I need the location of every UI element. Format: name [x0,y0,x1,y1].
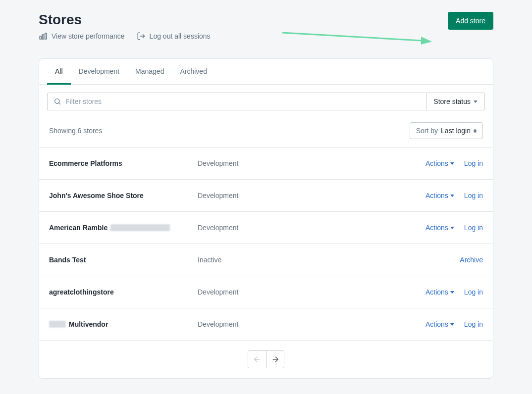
tab-managed[interactable]: Managed [127,59,172,85]
svg-rect-0 [40,36,41,39]
search-wrap[interactable] [47,93,426,110]
store-status: Development [198,288,239,296]
store-name[interactable]: Ecommerce Platforms [49,159,178,167]
actions-dropdown[interactable]: Actions [426,320,454,328]
store-row: John's Awesome Shoe StoreDevelopmentActi… [39,179,493,211]
store-status: Development [198,224,239,232]
svg-marker-5 [421,37,432,45]
svg-point-6 [55,99,59,103]
redacted-text [110,224,170,231]
store-name-text: Multivendor [69,320,108,328]
store-name-text: Ecommerce Platforms [49,159,122,167]
store-row-left: MultivendorDevelopment [49,320,426,328]
sort-prefix: Sort by [416,127,438,135]
svg-rect-2 [45,33,47,39]
chevron-down-icon [450,291,454,294]
store-row-right: ActionsLog in [426,224,483,232]
logout-sessions-link[interactable]: Log out all sessions [137,32,211,41]
actions-label: Actions [426,224,448,232]
store-list: Ecommerce PlatformsDevelopmentActionsLog… [39,147,493,340]
store-row: Bands TestInactiveArchive [39,244,493,276]
store-row-right: ActionsLog in [426,192,483,199]
page-header: Stores View store performance Log out al… [39,12,493,41]
tab-archived[interactable]: Archived [172,59,214,85]
arrow-right-icon [271,355,280,364]
store-status: Inactive [198,256,221,264]
store-row: agreatclothingstoreDevelopmentActionsLog… [39,276,493,308]
filter-row: Store status [39,85,493,118]
actions-label: Actions [426,288,448,296]
annotation-arrow [282,27,436,47]
store-name[interactable]: Bands Test [49,256,178,264]
chevron-down-icon [450,227,454,229]
svg-rect-1 [43,35,44,39]
page-header-left: Stores View store performance Log out al… [39,12,211,41]
store-name[interactable]: John's Awesome Shoe Store [49,192,178,199]
store-name-text: agreatclothingstore [49,288,114,296]
actions-label: Actions [426,192,448,199]
store-row-left: agreatclothingstoreDevelopment [49,288,426,296]
bar-chart-icon [39,32,48,41]
store-status: Development [198,320,239,328]
store-row-right: ActionsLog in [426,320,483,328]
logout-sessions-label: Log out all sessions [150,32,211,40]
sort-dropdown[interactable]: Sort by Last login [410,122,483,139]
store-row-right: Archive [460,256,483,264]
actions-label: Actions [426,320,448,328]
login-link[interactable]: Log in [464,320,483,328]
actions-dropdown[interactable]: Actions [426,288,454,296]
prev-page-button[interactable] [248,351,266,368]
store-row-right: ActionsLog in [426,159,483,167]
store-status: Development [198,159,239,167]
view-performance-label: View store performance [52,32,125,40]
store-row-left: Ecommerce PlatformsDevelopment [49,159,426,167]
pagination [39,340,493,378]
login-link[interactable]: Log in [464,288,483,296]
tabs: All Development Managed Archived [39,59,493,85]
svg-line-7 [59,103,60,104]
store-status: Development [198,192,239,199]
add-store-button[interactable]: Add store [448,12,493,30]
sort-value: Last login [441,127,471,135]
store-name[interactable]: agreatclothingstore [49,288,178,296]
chevron-down-icon [474,100,478,103]
view-performance-link[interactable]: View store performance [39,32,125,41]
store-status-dropdown[interactable]: Store status [426,93,485,110]
store-row-left: American RambleDevelopment [49,224,426,232]
tab-development[interactable]: Development [71,59,128,85]
redacted-text [49,321,66,328]
arrow-left-icon [253,355,262,364]
actions-dropdown[interactable]: Actions [426,192,454,199]
store-name[interactable]: American Ramble [49,224,178,232]
stores-card: All Development Managed Archived Store s… [39,58,493,379]
search-input[interactable] [65,98,420,105]
chevron-down-icon [450,195,454,197]
actions-dropdown[interactable]: Actions [426,224,454,232]
tab-all[interactable]: All [47,59,71,85]
next-page-button[interactable] [266,351,284,368]
chevron-down-icon [450,323,454,326]
search-icon [53,98,61,105]
store-row: MultivendorDevelopmentActionsLog in [39,308,493,340]
page-controls [248,350,284,368]
login-link[interactable]: Log in [464,192,483,199]
store-name-text: John's Awesome Shoe Store [49,192,144,199]
store-row-left: John's Awesome Shoe StoreDevelopment [49,192,426,199]
login-link[interactable]: Log in [464,159,483,167]
page-title: Stores [39,12,211,28]
store-name-text: Bands Test [49,256,86,264]
sort-arrows-icon [474,129,477,133]
store-status-label: Store status [433,98,471,105]
store-row-right: ActionsLog in [426,288,483,296]
store-row: Ecommerce PlatformsDevelopmentActionsLog… [39,147,493,179]
header-links: View store performance Log out all sessi… [39,32,211,41]
logout-icon [137,32,146,41]
login-link[interactable]: Log in [464,224,483,232]
chevron-down-icon [450,162,454,165]
archive-link[interactable]: Archive [460,256,483,264]
store-name[interactable]: Multivendor [49,320,178,328]
store-row: American RambleDevelopmentActionsLog in [39,211,493,244]
showing-count: Showing 6 stores [49,127,102,135]
store-name-text: American Ramble [49,224,107,232]
actions-dropdown[interactable]: Actions [426,159,454,167]
